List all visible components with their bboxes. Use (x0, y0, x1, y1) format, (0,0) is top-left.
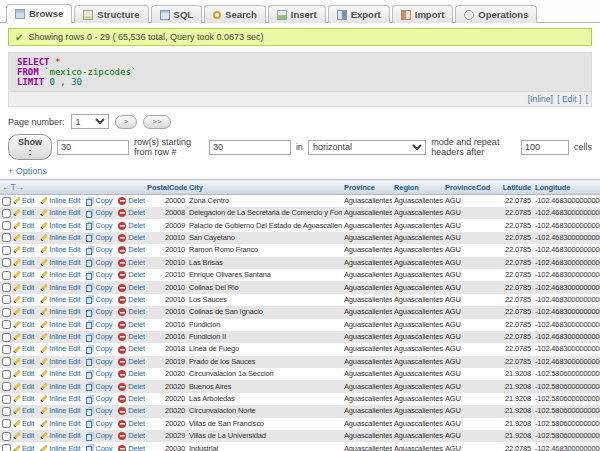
tab-search[interactable]: Search (204, 5, 266, 23)
inline-edit-link[interactable]: Inline Edit (40, 307, 80, 316)
tab-import[interactable]: Import (392, 5, 454, 23)
inline-edit-link[interactable]: Inline Edit (40, 320, 80, 329)
edit-link[interactable]: Edit (13, 320, 34, 329)
page-number-select[interactable]: 1 (71, 114, 109, 129)
edit-link[interactable]: Edit (13, 208, 34, 217)
delete-link[interactable]: Delete (118, 369, 145, 378)
delete-link[interactable]: Delete (118, 221, 145, 230)
row-checkbox[interactable] (2, 320, 11, 329)
row-checkbox[interactable] (2, 432, 11, 441)
delete-link[interactable]: Delete (118, 208, 145, 217)
inline-edit-link[interactable]: Inline Edit (40, 295, 80, 304)
edit-link[interactable]: Edit (13, 258, 34, 267)
row-checkbox[interactable] (2, 233, 11, 242)
delete-link[interactable]: Delete (118, 258, 145, 267)
copy-link[interactable]: Copy (86, 208, 112, 217)
row-checkbox[interactable] (2, 246, 11, 255)
copy-link[interactable]: Copy (86, 344, 112, 353)
display-mode-select[interactable]: horizontal (308, 140, 426, 155)
inline-edit-link[interactable]: Inline Edit (40, 357, 80, 366)
row-checkbox[interactable] (2, 283, 11, 292)
truncated-link[interactable]: [ (586, 94, 588, 104)
delete-link[interactable]: Delete (118, 196, 145, 205)
edit-link[interactable]: Edit (13, 419, 34, 428)
column-header-longitude[interactable]: Longitude (533, 180, 600, 195)
tab-operations[interactable]: Operations (455, 5, 537, 23)
edit-link[interactable]: Edit (13, 431, 34, 440)
tab-insert[interactable]: Insert (268, 5, 326, 23)
copy-link[interactable]: Copy (86, 444, 112, 451)
copy-link[interactable]: Copy (86, 320, 112, 329)
inline-edit-link[interactable]: Inline Edit (40, 283, 80, 292)
inline-edit-link[interactable]: Inline Edit (40, 233, 80, 242)
edit-link[interactable]: Edit (13, 283, 34, 292)
delete-link[interactable]: Delete (118, 406, 145, 415)
copy-link[interactable]: Copy (86, 233, 112, 242)
row-checkbox[interactable] (2, 258, 11, 267)
options-link[interactable]: Options (16, 166, 47, 176)
inline-edit-link[interactable]: Inline Edit (40, 221, 80, 230)
copy-link[interactable]: Copy (86, 394, 112, 403)
inline-edit-link[interactable]: Inline Edit (40, 208, 80, 217)
row-checkbox[interactable] (2, 221, 11, 230)
repeat-headers-input[interactable] (521, 140, 569, 155)
delete-link[interactable]: Delete (118, 357, 145, 366)
column-arrows-header[interactable]: ←T→ (0, 180, 145, 195)
inline-edit-link[interactable]: Inline Edit (40, 332, 80, 341)
inline-edit-link[interactable]: Inline Edit (40, 196, 80, 205)
last-page-button[interactable]: >> (143, 115, 170, 129)
delete-link[interactable]: Delete (118, 431, 145, 440)
column-header-region[interactable]: Region (392, 180, 443, 195)
inline-edit-link[interactable]: Inline Edit (40, 258, 80, 267)
copy-link[interactable]: Copy (86, 419, 112, 428)
delete-link[interactable]: Delete (118, 270, 145, 279)
edit-link[interactable]: Edit (13, 196, 34, 205)
copy-link[interactable]: Copy (86, 196, 112, 205)
row-checkbox[interactable] (2, 382, 11, 391)
delete-link[interactable]: Delete (118, 419, 145, 428)
delete-link[interactable]: Delete (118, 233, 145, 242)
copy-link[interactable]: Copy (86, 221, 112, 230)
row-checkbox[interactable] (2, 370, 11, 379)
inline-edit-link[interactable]: Inline Edit (40, 419, 80, 428)
inline-edit-link[interactable]: Inline Edit (40, 270, 80, 279)
edit-link[interactable]: Edit (13, 344, 34, 353)
inline-edit-link[interactable]: Inline Edit (40, 431, 80, 440)
delete-link[interactable]: Delete (118, 444, 145, 451)
edit-link[interactable]: Edit (13, 245, 34, 254)
copy-link[interactable]: Copy (86, 332, 112, 341)
copy-link[interactable]: Copy (86, 283, 112, 292)
inline-edit-query-link[interactable]: [Inline] (528, 94, 553, 104)
show-button[interactable]: Show : (8, 134, 52, 160)
num-rows-input[interactable] (57, 140, 129, 155)
column-header-city[interactable]: City (187, 180, 342, 195)
delete-link[interactable]: Delete (118, 307, 145, 316)
row-checkbox[interactable] (2, 419, 11, 428)
row-checkbox[interactable] (2, 209, 11, 218)
copy-link[interactable]: Copy (86, 307, 112, 316)
edit-link[interactable]: Edit (13, 233, 34, 242)
edit-link[interactable]: Edit (13, 295, 34, 304)
delete-link[interactable]: Delete (118, 382, 145, 391)
tab-browse[interactable]: Browse (6, 4, 72, 23)
copy-link[interactable]: Copy (86, 406, 112, 415)
delete-link[interactable]: Delete (118, 332, 145, 341)
column-header-postalcode[interactable]: PostalCode (145, 180, 187, 195)
options-toggle[interactable]: + Options (8, 166, 592, 176)
edit-link[interactable]: Edit (13, 382, 34, 391)
copy-link[interactable]: Copy (86, 382, 112, 391)
row-checkbox[interactable] (2, 357, 11, 366)
copy-link[interactable]: Copy (86, 431, 112, 440)
inline-edit-link[interactable]: Inline Edit (40, 382, 80, 391)
column-header-province[interactable]: Province (342, 180, 392, 195)
row-checkbox[interactable] (2, 407, 11, 416)
copy-link[interactable]: Copy (86, 270, 112, 279)
edit-link[interactable]: Edit (13, 357, 34, 366)
copy-link[interactable]: Copy (86, 369, 112, 378)
tab-sql[interactable]: SQL (151, 5, 203, 23)
column-header-latitude[interactable]: Latitude (490, 180, 533, 195)
inline-edit-link[interactable]: Inline Edit (40, 444, 80, 451)
row-checkbox[interactable] (2, 345, 11, 354)
delete-link[interactable]: Delete (118, 295, 145, 304)
copy-link[interactable]: Copy (86, 295, 112, 304)
